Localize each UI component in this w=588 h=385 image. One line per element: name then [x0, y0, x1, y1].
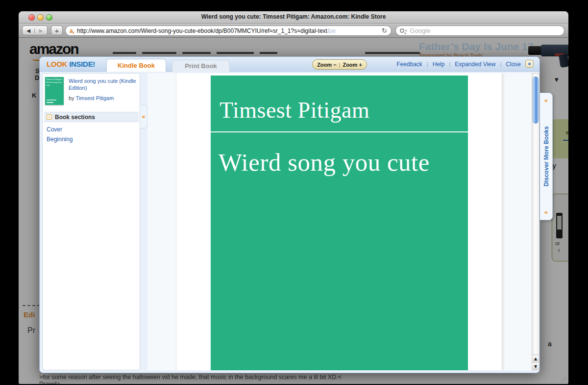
feedback-link[interactable]: Feedback	[396, 61, 422, 68]
tab-kindle-book[interactable]: Kindle Book	[106, 59, 166, 72]
author-link[interactable]: Timsest Pitigam	[75, 95, 114, 101]
browser-window: Wierd song you cute: Timsest Pitigam: Am…	[19, 11, 568, 384]
url-text: http://www.amazon.com/Wierd-song-you-cut…	[77, 27, 327, 34]
amazon-favicon-icon: a,	[70, 27, 74, 34]
thumbnail-decoration	[47, 100, 56, 101]
forward-button[interactable]: ▶	[35, 28, 47, 33]
zoom-in-button[interactable]: Zoom +	[343, 62, 362, 68]
book-reader-area: Timsest Pitigam Wierd song you cute	[147, 73, 532, 370]
chevron-double-left-icon: «	[544, 209, 548, 216]
discover-more-books-label: Discover More Books	[543, 104, 550, 209]
book-sections-label: Book sections	[55, 114, 95, 121]
zoom-control: Zoom − | Zoom +	[312, 59, 367, 70]
add-bookmark-button[interactable]: +	[51, 26, 63, 35]
window-resize-grip[interactable]	[561, 377, 567, 383]
sidebar-collapse-tab[interactable]: «	[140, 105, 147, 128]
book-title-link[interactable]: Wierd song you cute (Kindle Edition)	[69, 77, 138, 92]
look-inside-logo-inside: INSIDE!	[69, 60, 95, 68]
nav-buttons: ◀ ▶	[22, 26, 48, 35]
screenshot-stage: Wierd song you cute: Timsest Pitigam: Am…	[0, 0, 588, 385]
chevron-double-left-icon: «	[142, 113, 146, 120]
zoom-divider: |	[339, 62, 341, 68]
modal-header: LOOKINSIDE! Kindle Book Print Book Zoom …	[40, 57, 539, 72]
chevron-double-left-icon: «	[544, 97, 548, 104]
book-cover-thumbnail[interactable]: Timsest Pitigam Wierd song you cute	[45, 77, 64, 105]
link-divider: |	[449, 61, 450, 67]
minimize-window-button[interactable]	[37, 14, 44, 21]
scrollbar-thumb[interactable]	[533, 77, 539, 124]
google-search-field[interactable]: ▾ Google	[395, 26, 564, 36]
close-link[interactable]: Close	[506, 61, 521, 68]
zoom-out-button[interactable]: Zoom −	[317, 62, 336, 68]
cover-author-text: Timsest Pitigam	[220, 97, 369, 123]
url-text-faded: &ie	[327, 27, 336, 34]
look-inside-logo-look: LOOK	[47, 60, 67, 68]
modal-sidebar: Timsest Pitigam Wierd song you cute Wier…	[42, 73, 140, 370]
by-label: by	[69, 95, 74, 101]
book-cover-image: Timsest Pitigam Wierd song you cute	[211, 76, 468, 370]
address-bar[interactable]: a, http://www.amazon.com/Wierd-song-you-…	[65, 26, 392, 36]
close-icon[interactable]: ×	[525, 60, 534, 68]
browser-toolbar: ◀ ▶ + a, http://www.amazon.com/Wierd-son…	[19, 24, 568, 38]
link-divider: |	[500, 61, 501, 67]
look-inside-logo: LOOKINSIDE!	[47, 60, 95, 68]
link-divider: |	[427, 61, 428, 67]
scroll-down-button[interactable]: ▼	[532, 362, 539, 370]
back-button[interactable]: ◀	[23, 28, 35, 33]
book-page: Timsest Pitigam Wierd song you cute	[176, 73, 502, 370]
window-titlebar[interactable]: Wierd song you cute: Timsest Pitigam: Am…	[19, 11, 568, 24]
scroll-up-button[interactable]: ▲	[532, 355, 539, 362]
expanded-view-link[interactable]: Expanded View	[455, 61, 495, 68]
reader-scrollbar[interactable]: ▲ ▼	[532, 73, 539, 370]
tab-print-book[interactable]: Print Book	[172, 60, 230, 72]
refresh-icon[interactable]: ↻	[382, 27, 387, 34]
search-placeholder: Google	[410, 27, 431, 34]
cover-divider-rule	[211, 131, 468, 132]
byline: by Timsest Pitigam	[69, 95, 138, 101]
book-info: Wierd song you cute (Kindle Edition) by …	[69, 77, 138, 101]
zoom-window-button[interactable]	[46, 14, 52, 21]
page-content-area: amazon Father’s Day Is June 17 Sponsored…	[19, 38, 568, 384]
modal-header-links: Feedback | Help | Expanded View | Close …	[396, 61, 534, 68]
close-window-button[interactable]	[28, 14, 35, 21]
search-options-caret-icon[interactable]: ▾	[405, 29, 407, 33]
search-icon	[400, 28, 404, 33]
thumbnail-title-text: Wierd song you cute	[46, 81, 63, 87]
window-title: Wierd song you cute: Timsest Pitigam: Am…	[63, 13, 524, 20]
sidebar-item-cover[interactable]: Cover	[47, 126, 62, 133]
collapse-minus-icon[interactable]: −	[47, 114, 52, 120]
look-inside-modal: LOOKINSIDE! Kindle Book Print Book Zoom …	[39, 56, 540, 373]
cover-title-text: Wierd song you cute	[219, 148, 430, 177]
thumbnail-decoration	[47, 102, 53, 103]
help-link[interactable]: Help	[433, 61, 445, 68]
book-sections-header[interactable]: − Book sections	[44, 112, 139, 122]
sidebar-item-beginning[interactable]: Beginning	[47, 136, 73, 143]
discover-more-books-tab[interactable]: « Discover More Books «	[540, 93, 553, 220]
